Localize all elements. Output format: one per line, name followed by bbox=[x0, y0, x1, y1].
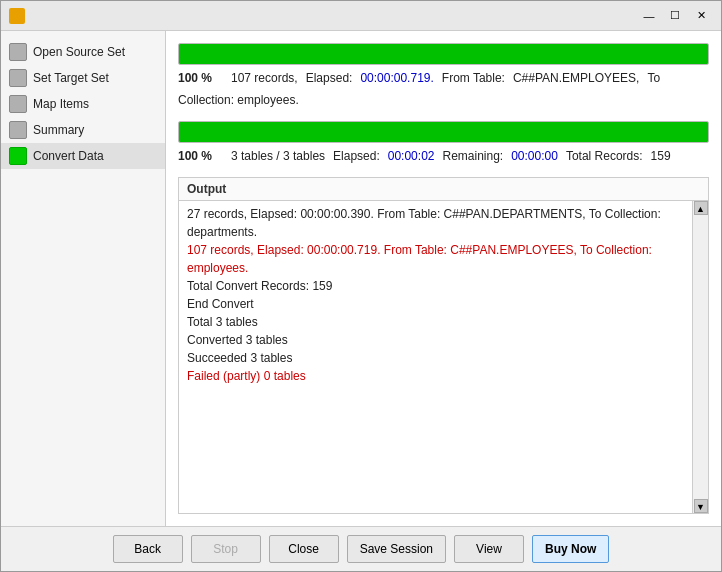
progress-percent-2: 100 % bbox=[178, 149, 223, 163]
output-section: Output 27 records, Elapsed: 00:00:00.390… bbox=[178, 177, 709, 514]
content-area: 100 % 107 records, Elapsed: 00:00:00.719… bbox=[166, 31, 721, 526]
progress-section-2: 100 % 3 tables / 3 tables Elapsed: 00:00… bbox=[178, 121, 709, 165]
sidebar-item-map-items[interactable]: Map Items bbox=[1, 91, 165, 117]
stop-button[interactable]: Stop bbox=[191, 535, 261, 563]
title-bar-left bbox=[9, 8, 25, 24]
progress-from-value-1: C##PAN.EMPLOYEES, bbox=[513, 71, 640, 85]
footer: Back Stop Close Save Session View Buy No… bbox=[1, 526, 721, 571]
output-line: Total Convert Records: 159 bbox=[187, 277, 684, 295]
scroll-up-button[interactable]: ▲ bbox=[694, 201, 708, 215]
progress-to-value-1: Collection: employees. bbox=[178, 93, 299, 107]
back-button[interactable]: Back bbox=[113, 535, 183, 563]
progress-to-label-1: To bbox=[647, 71, 660, 85]
buy-now-button[interactable]: Buy Now bbox=[532, 535, 609, 563]
sidebar-label-convert-data: Convert Data bbox=[33, 149, 104, 163]
progress-bar-outer-1 bbox=[178, 43, 709, 65]
output-line: Converted 3 tables bbox=[187, 331, 684, 349]
output-inner: 27 records, Elapsed: 00:00:00.390. From … bbox=[179, 201, 708, 513]
step-icon-set-target-set bbox=[9, 69, 27, 87]
sidebar-item-open-source-set[interactable]: Open Source Set bbox=[1, 39, 165, 65]
progress-remaining-value-2: 00:00:00 bbox=[511, 149, 558, 163]
output-line: 107 records, Elapsed: 00:00:00.719. From… bbox=[187, 241, 684, 277]
progress-percent-1: 100 % bbox=[178, 71, 223, 85]
progress-elapsed-value-2: 00:00:02 bbox=[388, 149, 435, 163]
maximize-button[interactable]: ☐ bbox=[663, 6, 687, 26]
progress-total-label-2: Total Records: bbox=[566, 149, 643, 163]
sidebar-label-summary: Summary bbox=[33, 123, 84, 137]
output-line: End Convert bbox=[187, 295, 684, 313]
close-button-footer[interactable]: Close bbox=[269, 535, 339, 563]
sidebar-item-set-target-set[interactable]: Set Target Set bbox=[1, 65, 165, 91]
main-content: Open Source Set Set Target Set Map Items… bbox=[1, 31, 721, 526]
progress-remaining-label-2: Remaining: bbox=[442, 149, 503, 163]
scrollbar[interactable]: ▲ ▼ bbox=[692, 201, 708, 513]
output-header: Output bbox=[179, 178, 708, 201]
scroll-down-button[interactable]: ▼ bbox=[694, 499, 708, 513]
title-bar-controls: — ☐ ✕ bbox=[637, 6, 713, 26]
step-icon-summary bbox=[9, 121, 27, 139]
sidebar-item-convert-data[interactable]: Convert Data bbox=[1, 143, 165, 169]
progress-elapsed-value-1: 00:00:00.719. bbox=[360, 71, 433, 85]
title-bar: — ☐ ✕ bbox=[1, 1, 721, 31]
step-icon-open-source-set bbox=[9, 43, 27, 61]
sidebar: Open Source Set Set Target Set Map Items… bbox=[1, 31, 166, 526]
sidebar-label-map-items: Map Items bbox=[33, 97, 89, 111]
output-line: Total 3 tables bbox=[187, 313, 684, 331]
close-button[interactable]: ✕ bbox=[689, 6, 713, 26]
step-icon-convert-data bbox=[9, 147, 27, 165]
progress-bar-inner-2 bbox=[179, 122, 708, 142]
step-icon-map-items bbox=[9, 95, 27, 113]
output-line: Succeeded 3 tables bbox=[187, 349, 684, 367]
output-line: 27 records, Elapsed: 00:00:00.390. From … bbox=[187, 205, 684, 241]
sidebar-item-summary[interactable]: Summary bbox=[1, 117, 165, 143]
app-icon bbox=[9, 8, 25, 24]
output-line: Failed (partly) 0 tables bbox=[187, 367, 684, 385]
progress-elapsed-label-1: Elapsed: bbox=[306, 71, 353, 85]
progress-info-1: 100 % 107 records, Elapsed: 00:00:00.719… bbox=[178, 69, 709, 109]
sidebar-label-set-target-set: Set Target Set bbox=[33, 71, 109, 85]
main-window: — ☐ ✕ Open Source Set Set Target Set Map… bbox=[0, 0, 722, 572]
save-session-button[interactable]: Save Session bbox=[347, 535, 446, 563]
progress-from-label-1: From Table: bbox=[442, 71, 505, 85]
progress-info-2: 100 % 3 tables / 3 tables Elapsed: 00:00… bbox=[178, 147, 709, 165]
progress-bar-inner-1 bbox=[179, 44, 708, 64]
sidebar-label-open-source-set: Open Source Set bbox=[33, 45, 125, 59]
progress-bar-outer-2 bbox=[178, 121, 709, 143]
output-body[interactable]: 27 records, Elapsed: 00:00:00.390. From … bbox=[179, 201, 692, 513]
minimize-button[interactable]: — bbox=[637, 6, 661, 26]
progress-tables-2: 3 tables / 3 tables bbox=[231, 149, 325, 163]
progress-total-value-2: 159 bbox=[651, 149, 671, 163]
progress-records-1: 107 records, bbox=[231, 71, 298, 85]
progress-elapsed-label-2: Elapsed: bbox=[333, 149, 380, 163]
progress-section-1: 100 % 107 records, Elapsed: 00:00:00.719… bbox=[178, 43, 709, 109]
view-button[interactable]: View bbox=[454, 535, 524, 563]
